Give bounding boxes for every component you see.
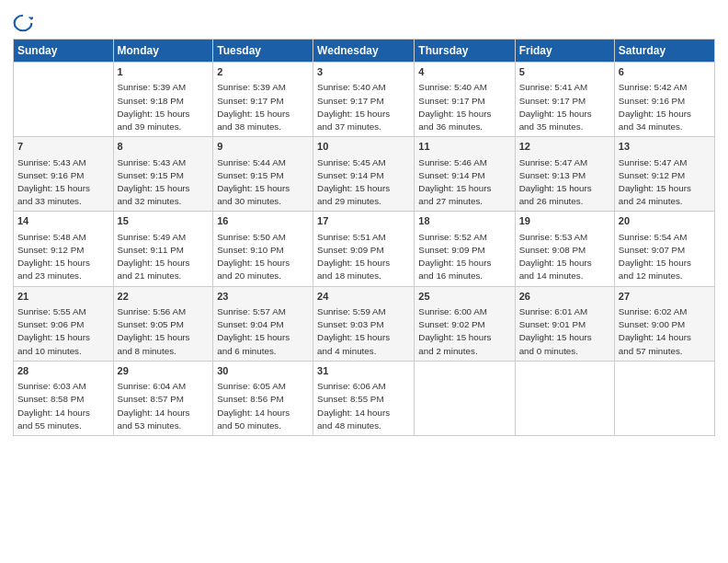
header-cell-saturday: Saturday [614,40,714,63]
cell-content: Sunrise: 5:50 AM Sunset: 9:10 PM Dayligh… [217,231,309,283]
day-number: 27 [619,290,711,304]
week-row-3: 21Sunrise: 5:55 AM Sunset: 9:06 PM Dayli… [14,286,715,361]
day-number: 20 [619,214,711,228]
calendar-cell: 2Sunrise: 5:39 AM Sunset: 9:17 PM Daylig… [213,63,313,137]
calendar-cell: 8Sunrise: 5:43 AM Sunset: 9:15 PM Daylig… [113,137,213,212]
calendar-cell: 30Sunrise: 6:05 AM Sunset: 8:56 PM Dayli… [213,361,313,435]
day-number: 7 [17,140,109,154]
logo-icon [13,13,33,33]
header-cell-friday: Friday [515,40,614,63]
cell-content: Sunrise: 5:43 AM Sunset: 9:16 PM Dayligh… [17,156,109,209]
cell-content: Sunrise: 6:01 AM Sunset: 9:01 PM Dayligh… [519,305,610,358]
cell-content: Sunrise: 5:45 AM Sunset: 9:14 PM Dayligh… [317,156,410,209]
cell-content: Sunrise: 6:00 AM Sunset: 9:02 PM Dayligh… [418,305,510,358]
header [13,9,715,33]
day-number: 15 [118,214,210,228]
cell-content: Sunrise: 5:40 AM Sunset: 9:17 PM Dayligh… [317,81,410,133]
cell-content: Sunrise: 5:52 AM Sunset: 9:09 PM Dayligh… [418,231,510,283]
calendar-cell: 3Sunrise: 5:40 AM Sunset: 9:17 PM Daylig… [313,63,415,137]
calendar-cell: 31Sunrise: 6:06 AM Sunset: 8:55 PM Dayli… [313,361,415,435]
day-number: 9 [217,140,309,154]
calendar-cell: 13Sunrise: 5:47 AM Sunset: 9:12 PM Dayli… [614,137,714,212]
day-number: 11 [418,140,510,154]
cell-content: Sunrise: 5:55 AM Sunset: 9:06 PM Dayligh… [17,305,109,358]
day-number: 6 [619,65,711,79]
day-number: 26 [519,290,610,304]
cell-content: Sunrise: 5:48 AM Sunset: 9:12 PM Dayligh… [17,231,109,283]
header-row: SundayMondayTuesdayWednesdayThursdayFrid… [14,40,715,63]
day-number: 2 [217,65,309,79]
day-number: 16 [217,214,309,228]
cell-content: Sunrise: 5:57 AM Sunset: 9:04 PM Dayligh… [217,305,309,358]
day-number: 19 [519,214,610,228]
calendar-cell: 10Sunrise: 5:45 AM Sunset: 9:14 PM Dayli… [313,137,415,212]
cell-content: Sunrise: 6:06 AM Sunset: 8:55 PM Dayligh… [317,380,410,432]
day-number: 28 [17,364,109,378]
week-row-2: 14Sunrise: 5:48 AM Sunset: 9:12 PM Dayli… [14,212,715,286]
calendar-cell [415,361,515,435]
week-row-1: 7Sunrise: 5:43 AM Sunset: 9:16 PM Daylig… [14,137,715,212]
header-cell-monday: Monday [113,40,213,63]
calendar-cell: 7Sunrise: 5:43 AM Sunset: 9:16 PM Daylig… [14,137,114,212]
calendar-cell [14,63,114,137]
svg-marker-0 [28,17,34,19]
calendar-cell: 14Sunrise: 5:48 AM Sunset: 9:12 PM Dayli… [14,212,114,286]
cell-content: Sunrise: 6:05 AM Sunset: 8:56 PM Dayligh… [217,380,309,432]
cell-content: Sunrise: 5:49 AM Sunset: 9:11 PM Dayligh… [118,231,210,283]
week-row-0: 1Sunrise: 5:39 AM Sunset: 9:18 PM Daylig… [14,63,715,137]
calendar-cell: 19Sunrise: 5:53 AM Sunset: 9:08 PM Dayli… [515,212,614,286]
calendar-cell: 28Sunrise: 6:03 AM Sunset: 8:58 PM Dayli… [14,361,114,435]
cell-content: Sunrise: 5:56 AM Sunset: 9:05 PM Dayligh… [118,305,210,358]
calendar-cell: 27Sunrise: 6:02 AM Sunset: 9:00 PM Dayli… [614,286,714,361]
day-number: 24 [317,290,410,304]
calendar-cell: 12Sunrise: 5:47 AM Sunset: 9:13 PM Dayli… [515,137,614,212]
cell-content: Sunrise: 5:43 AM Sunset: 9:15 PM Dayligh… [118,156,210,209]
day-number: 23 [217,290,309,304]
calendar-cell: 26Sunrise: 6:01 AM Sunset: 9:01 PM Dayli… [515,286,614,361]
day-number: 10 [317,140,410,154]
cell-content: Sunrise: 5:46 AM Sunset: 9:14 PM Dayligh… [418,156,510,209]
cell-content: Sunrise: 5:54 AM Sunset: 9:07 PM Dayligh… [619,231,711,283]
header-cell-thursday: Thursday [415,40,515,63]
day-number: 8 [118,140,210,154]
cell-content: Sunrise: 5:39 AM Sunset: 9:18 PM Dayligh… [118,81,210,133]
day-number: 12 [519,140,610,154]
header-cell-sunday: Sunday [14,40,114,63]
cell-content: Sunrise: 5:47 AM Sunset: 9:12 PM Dayligh… [619,156,711,209]
day-number: 21 [17,290,109,304]
calendar-cell: 9Sunrise: 5:44 AM Sunset: 9:15 PM Daylig… [213,137,313,212]
day-number: 14 [17,214,109,228]
day-number: 5 [519,65,610,79]
calendar-cell: 1Sunrise: 5:39 AM Sunset: 9:18 PM Daylig… [113,63,213,137]
calendar-cell: 16Sunrise: 5:50 AM Sunset: 9:10 PM Dayli… [213,212,313,286]
day-number: 17 [317,214,410,228]
cell-content: Sunrise: 5:53 AM Sunset: 9:08 PM Dayligh… [519,231,610,283]
cell-content: Sunrise: 6:04 AM Sunset: 8:57 PM Dayligh… [118,380,210,432]
calendar-cell: 4Sunrise: 5:40 AM Sunset: 9:17 PM Daylig… [415,63,515,137]
day-number: 29 [118,364,210,378]
cell-content: Sunrise: 6:02 AM Sunset: 9:00 PM Dayligh… [619,305,711,358]
main-container: SundayMondayTuesdayWednesdayThursdayFrid… [0,0,728,445]
day-number: 18 [418,214,510,228]
cell-content: Sunrise: 5:44 AM Sunset: 9:15 PM Dayligh… [217,156,309,209]
calendar-cell: 17Sunrise: 5:51 AM Sunset: 9:09 PM Dayli… [313,212,415,286]
calendar-cell: 11Sunrise: 5:46 AM Sunset: 9:14 PM Dayli… [415,137,515,212]
calendar-table: SundayMondayTuesdayWednesdayThursdayFrid… [13,39,715,436]
cell-content: Sunrise: 6:03 AM Sunset: 8:58 PM Dayligh… [17,380,109,432]
calendar-cell: 29Sunrise: 6:04 AM Sunset: 8:57 PM Dayli… [113,361,213,435]
day-number: 13 [619,140,711,154]
logo [13,13,36,33]
calendar-cell: 18Sunrise: 5:52 AM Sunset: 9:09 PM Dayli… [415,212,515,286]
week-row-4: 28Sunrise: 6:03 AM Sunset: 8:58 PM Dayli… [14,361,715,435]
cell-content: Sunrise: 5:41 AM Sunset: 9:17 PM Dayligh… [519,81,610,133]
day-number: 3 [317,65,410,79]
calendar-cell: 22Sunrise: 5:56 AM Sunset: 9:05 PM Dayli… [113,286,213,361]
day-number: 22 [118,290,210,304]
calendar-cell: 21Sunrise: 5:55 AM Sunset: 9:06 PM Dayli… [14,286,114,361]
cell-content: Sunrise: 5:40 AM Sunset: 9:17 PM Dayligh… [418,81,510,133]
calendar-cell: 20Sunrise: 5:54 AM Sunset: 9:07 PM Dayli… [614,212,714,286]
calendar-cell: 25Sunrise: 6:00 AM Sunset: 9:02 PM Dayli… [415,286,515,361]
calendar-cell: 24Sunrise: 5:59 AM Sunset: 9:03 PM Dayli… [313,286,415,361]
day-number: 25 [418,290,510,304]
header-cell-wednesday: Wednesday [313,40,415,63]
